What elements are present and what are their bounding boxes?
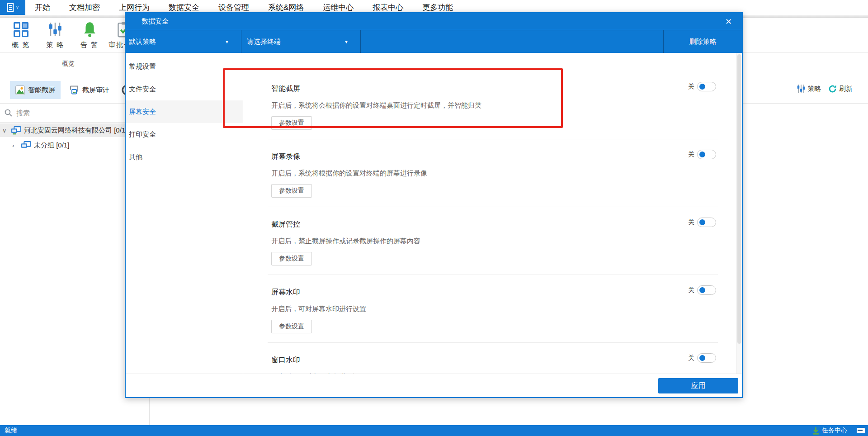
toggle-state-label: 关	[688, 354, 694, 362]
terminal-dropdown-value: 请选择终端	[247, 38, 344, 46]
setting-section: 截屏管控 开启后，禁止截屏操作或记录截屏操作的屏幕内容 参数设置 关	[271, 207, 742, 275]
setting-section: 屏幕水印 开启后，可对屏幕水印进行设置 参数设置 关	[271, 275, 742, 342]
delete-policy-button[interactable]: 删除策略	[663, 30, 742, 53]
policy-dropdown[interactable]: 默认策略 ▼	[126, 30, 241, 53]
menu-item[interactable]: 开始	[25, 0, 60, 15]
dialog-nav-item[interactable]: 常规设置	[126, 55, 243, 78]
screen-audit-icon	[69, 85, 79, 95]
search-input[interactable]	[16, 109, 129, 117]
setting-description: 开启后，禁止截屏操作或记录截屏操作的屏幕内容	[271, 237, 742, 246]
setting-toggle[interactable]: 关	[688, 353, 716, 363]
tree-item-label: 未分组 [0/1]	[34, 141, 69, 150]
ribbon-button-alert[interactable]: 告 警	[75, 18, 104, 49]
setting-title: 智能截屏	[271, 84, 742, 94]
policy-sliders-icon	[48, 21, 62, 38]
param-settings-button[interactable]: 参数设置	[271, 252, 312, 265]
toolbar-spacer	[361, 30, 663, 53]
toggle-switch[interactable]	[697, 150, 716, 159]
toggle-knob	[699, 355, 705, 361]
chevron-down-icon: ▼	[225, 39, 241, 44]
setting-toggle[interactable]: 关	[688, 150, 716, 159]
param-settings-button[interactable]: 参数设置	[271, 320, 312, 333]
toggle-knob	[699, 219, 705, 225]
chevron-down-icon: ▼	[344, 39, 360, 44]
alert-bell-icon	[83, 21, 97, 38]
action-label: 刷新	[839, 85, 853, 93]
setting-toggle[interactable]: 关	[688, 285, 716, 295]
param-settings-button[interactable]: 参数设置	[271, 184, 312, 198]
setting-title: 窗口水印	[271, 355, 742, 365]
computer-group-icon	[21, 141, 31, 150]
toggle-state-label: 关	[688, 151, 694, 159]
app-menu-button[interactable]: ˅	[0, 0, 25, 15]
apply-button[interactable]: 应用	[658, 378, 738, 393]
screen: ˅ 开始文档加密上网行为数据安全设备管理系统&网络运维中心报表中心更多功能 概 …	[0, 0, 868, 436]
policy-sliders-icon	[797, 84, 805, 93]
dialog-nav-item[interactable]: 其他	[126, 146, 243, 168]
refresh-icon	[828, 85, 837, 93]
toggle-knob	[699, 84, 705, 90]
status-bar: 就绪 任务中心	[0, 425, 868, 436]
dialog-nav: 常规设置文件安全屏幕安全打印安全其他	[126, 53, 243, 374]
scrollbar[interactable]	[736, 53, 742, 374]
chevron-expanded-icon[interactable]: ∨	[2, 127, 8, 134]
download-icon	[812, 427, 820, 435]
ribbon-button-policy[interactable]: 策 略	[41, 18, 70, 49]
toggle-switch[interactable]	[697, 285, 716, 295]
app-menu-icon	[7, 3, 15, 12]
param-settings-button[interactable]: 参数设置	[271, 116, 312, 130]
chevron-down-icon: ˅	[16, 5, 19, 10]
dialog-nav-item[interactable]: 打印安全	[126, 123, 243, 146]
computer-group-icon	[11, 126, 21, 135]
policy-dropdown-value: 默认策略	[129, 38, 225, 46]
tab-label: 截屏审计	[82, 86, 109, 95]
refresh-button[interactable]: 刷新	[828, 85, 853, 93]
ribbon-button-label: 策 略	[46, 41, 64, 49]
dialog-toolbar: 默认策略 ▼ 请选择终端 ▼ 删除策略	[126, 30, 742, 53]
setting-toggle[interactable]: 关	[688, 82, 716, 91]
menu-item[interactable]: 文档加密	[60, 0, 109, 15]
tab-smart-screenshot[interactable]: 智能截屏	[10, 81, 61, 99]
screenshot-image-icon	[15, 85, 25, 95]
setting-toggle[interactable]: 关	[688, 218, 716, 227]
overview-grid-icon	[14, 21, 28, 38]
toggle-switch[interactable]	[697, 82, 716, 91]
setting-title: 屏幕录像	[271, 152, 742, 161]
dialog-content: 智能截屏 开启后，系统将会根据你的设置对终端桌面进行定时截屏，并智能归类 参数设…	[243, 53, 742, 374]
setting-title: 屏幕水印	[271, 287, 742, 297]
workspace-actions: 策略 刷新	[797, 84, 853, 93]
toggle-knob	[699, 152, 705, 157]
setting-section: 屏幕录像 开启后，系统将根据你的设置对终端的屏幕进行录像 参数设置 关	[271, 139, 742, 207]
tray-icon[interactable]	[857, 428, 865, 433]
tab-label: 智能截屏	[28, 86, 55, 95]
toggle-switch[interactable]	[697, 353, 716, 363]
toggle-state-label: 关	[688, 286, 694, 294]
chevron-collapsed-icon[interactable]: ›	[12, 142, 18, 149]
ribbon-button-overview[interactable]: 概 览	[6, 18, 35, 49]
scrollbar-thumb[interactable]	[737, 54, 741, 344]
data-security-dialog: 数据安全 ✕ 默认策略 ▼ 请选择终端 ▼ 删除策略 常规设置文件安全屏幕安全打…	[125, 12, 743, 398]
policy-action-button[interactable]: 策略	[797, 84, 821, 93]
action-label: 策略	[807, 85, 821, 93]
toggle-state-label: 关	[688, 83, 694, 91]
tab-screenshot-audit[interactable]: 截屏审计	[64, 81, 115, 99]
dialog-nav-item[interactable]: 文件安全	[126, 78, 243, 100]
search-icon	[5, 109, 12, 117]
tree-item-label: 河北安固云网络科技有限公司 [0/1]	[24, 126, 127, 135]
ribbon-button-label: 告 警	[80, 41, 99, 49]
close-icon[interactable]: ✕	[725, 17, 742, 27]
status-text: 就绪	[0, 427, 17, 435]
ribbon-group-label: 概览	[0, 60, 137, 68]
setting-description: 开启后，系统将会根据你的设置对终端桌面进行定时截屏，并智能归类	[271, 101, 742, 110]
ribbon-button-label: 概 览	[12, 41, 30, 49]
setting-description: 开启后，系统将根据你的设置对终端的屏幕进行录像	[271, 169, 742, 178]
dialog-title: 数据安全	[126, 17, 169, 26]
terminal-dropdown[interactable]: 请选择终端 ▼	[241, 30, 361, 53]
toggle-knob	[699, 287, 705, 293]
task-center-button[interactable]: 任务中心	[822, 427, 847, 435]
toggle-switch[interactable]	[697, 218, 716, 227]
dialog-footer: 应用	[126, 374, 742, 397]
dialog-nav-item[interactable]: 屏幕安全	[126, 100, 243, 123]
setting-title: 截屏管控	[271, 219, 742, 229]
dialog-titlebar: 数据安全 ✕	[126, 13, 742, 30]
